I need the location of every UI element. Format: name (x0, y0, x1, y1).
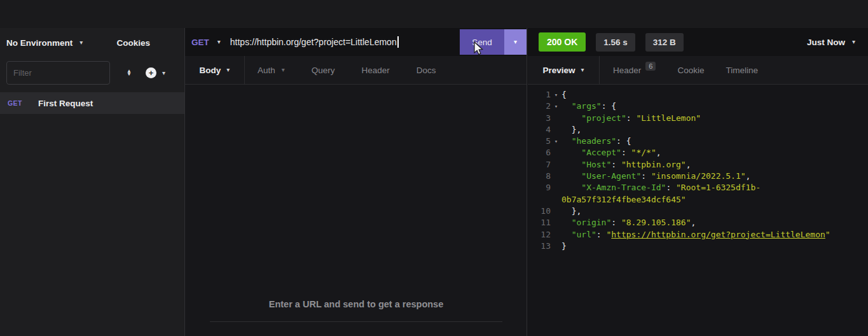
fold-gutter (551, 182, 561, 193)
sidebar-request-item[interactable]: GET First Request (0, 92, 184, 114)
code-text: } (561, 241, 567, 252)
line-number: 2 (528, 101, 551, 112)
code-text: "User-Agent": "insomnia/2022.5.1", (561, 171, 750, 182)
tab-auth-label: Auth (258, 66, 275, 75)
tab-docs[interactable]: Docs (417, 66, 436, 75)
fold-caret-icon[interactable]: ▾ (551, 101, 561, 112)
code-token: "*/*" (631, 148, 656, 157)
code-token: "Host" (581, 160, 611, 169)
line-number: 1 (528, 89, 551, 101)
chevron-down-icon: ▾ (226, 67, 230, 73)
tab-body-label: Body (200, 66, 221, 75)
tab-body[interactable]: Body ▾ (185, 56, 245, 84)
create-request-dropdown[interactable]: + ▾ (146, 67, 165, 78)
sidebar-header: No Environment ▾ Cookies (0, 28, 184, 57)
tab-preview-label: Preview (542, 66, 575, 75)
response-time-badge: 1.56 s (596, 33, 635, 52)
tab-query[interactable]: Query (312, 66, 335, 75)
tab-timeline[interactable]: Timeline (726, 66, 758, 75)
code-token: }, (561, 206, 581, 216)
code-token: "Root=1-6325df1b- (676, 183, 761, 192)
response-history-dropdown[interactable]: Just Now ▾ (807, 38, 855, 47)
response-body: 1▾{2▾ "args": {3 "project": "LittleLemon… (528, 85, 868, 252)
code-text: "X-Amzn-Trace-Id": "Root=1-6325df1b- (561, 182, 761, 193)
line-number: 7 (528, 159, 551, 171)
fold-caret-icon[interactable]: ▾ (551, 89, 561, 101)
tab-cookie[interactable]: Cookie (677, 66, 704, 75)
cookies-button[interactable]: Cookies (116, 38, 150, 48)
code-token: "LittleLemon" (636, 113, 701, 123)
code-line: 0b7a57f312f4fbee34dcf645" (528, 194, 868, 206)
code-token (561, 136, 572, 146)
send-button-group: Send ▾ (460, 29, 527, 55)
code-token (561, 148, 581, 157)
code-token (561, 171, 581, 181)
send-button[interactable]: Send (460, 29, 504, 55)
chevron-down-icon: ▾ (79, 39, 83, 46)
code-text: "project": "LittleLemon" (561, 113, 701, 124)
sort-desc-icon: ▼ (127, 73, 132, 76)
environment-label: No Environment (6, 38, 72, 48)
code-text: "Accept": "*/*", (561, 147, 661, 158)
code-token: : (596, 230, 607, 239)
code-line: 3 "project": "LittleLemon" (528, 113, 868, 124)
tab-header[interactable]: Header (362, 66, 390, 75)
code-line: 1▾{ (528, 89, 868, 101)
environment-dropdown[interactable]: No Environment ▾ (6, 38, 83, 48)
code-line: 12 "url": "https://httpbin.org/get?proje… (528, 229, 868, 241)
request-name: First Request (38, 99, 93, 108)
request-tabs-rest: Auth ▾ Query Header Docs (245, 56, 436, 84)
code-token: 0b7a57f312f4fbee34dcf645" (561, 195, 686, 204)
fold-caret-icon[interactable]: ▾ (551, 136, 561, 147)
response-pane: 200 OK 1.56 s 312 B Just Now ▾ Preview ▾… (528, 28, 868, 336)
method-dropdown[interactable]: GET ▾ (191, 38, 221, 47)
response-size-badge: 312 B (645, 33, 684, 52)
code-token: " (825, 230, 830, 239)
code-line: 2▾ "args": { (528, 101, 868, 112)
tab-cookie-label: Cookie (677, 66, 704, 75)
code-token: : { (602, 101, 616, 111)
line-number: 12 (528, 229, 551, 241)
code-token (561, 113, 581, 123)
line-number: 13 (528, 241, 551, 252)
send-options-dropdown[interactable]: ▾ (504, 29, 527, 55)
code-token: "insomnia/2022.5.1" (651, 171, 746, 181)
plus-circle-icon: + (146, 67, 156, 78)
code-token: "httpbin.org" (621, 160, 686, 169)
tab-response-header-label: Header (613, 66, 641, 75)
code-token: }, (561, 125, 581, 134)
code-token: : (611, 218, 621, 227)
fold-gutter (551, 113, 561, 124)
code-token (561, 183, 581, 192)
code-text: 0b7a57f312f4fbee34dcf645" (561, 194, 686, 206)
request-tabs: Body ▾ Auth ▾ Query Header Docs (185, 56, 527, 85)
sidebar: No Environment ▾ Cookies ▲ ▼ + ▾ GET Fir… (0, 28, 185, 336)
fold-gutter (551, 241, 561, 252)
line-number: 5 (528, 136, 551, 147)
tab-response-header[interactable]: Header 6 (613, 66, 656, 75)
line-number: 4 (528, 124, 551, 136)
url-input[interactable]: https://httpbin.org/get?project=LittleLe… (230, 36, 460, 48)
code-token: : (666, 183, 676, 192)
line-number: 8 (528, 171, 551, 182)
chevron-down-icon: ▾ (217, 39, 221, 45)
insomnia-app-window: No Environment ▾ Cookies ▲ ▼ + ▾ GET Fir… (0, 0, 868, 336)
code-token: "headers" (572, 136, 616, 146)
line-number: 6 (528, 147, 551, 158)
code-token: } (561, 241, 567, 251)
tab-query-label: Query (312, 66, 335, 75)
code-token: "Accept" (581, 148, 621, 157)
code-token: "url" (572, 230, 596, 239)
tab-preview[interactable]: Preview ▾ (528, 56, 600, 84)
chevron-down-icon: ▾ (514, 39, 517, 45)
tab-auth[interactable]: Auth ▾ (258, 66, 285, 75)
filter-input[interactable] (6, 61, 110, 85)
chevron-down-icon: ▾ (581, 67, 584, 73)
code-token (561, 160, 581, 169)
line-number (528, 194, 551, 206)
response-url-link[interactable]: https://httpbin.org/get?project=LittleLe… (611, 230, 825, 239)
sort-button[interactable]: ▲ ▼ (121, 70, 137, 76)
code-token: { (561, 90, 567, 99)
code-token (561, 101, 572, 111)
response-tabs: Preview ▾ Header 6 Cookie Timeline (528, 56, 868, 85)
